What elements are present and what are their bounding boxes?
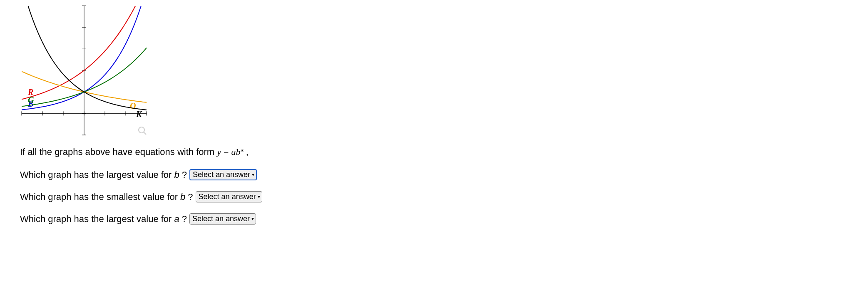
chevron-down-icon: ▾ — [251, 214, 254, 224]
question-variable: b — [174, 170, 179, 180]
magnify-icon[interactable] — [137, 126, 147, 136]
equation: y=abx — [217, 147, 246, 157]
answer-select[interactable]: Select an answer▾ — [189, 169, 257, 180]
curve-label-O: O — [130, 101, 136, 110]
exponential-chart: RBGOK — [20, 4, 148, 137]
answer-select[interactable]: Select an answer▾ — [189, 213, 256, 225]
answer-select-placeholder: Select an answer — [193, 170, 250, 180]
svg-line-18 — [144, 132, 146, 135]
question-variable: a — [174, 214, 179, 225]
curve-label-G: G — [28, 95, 34, 105]
question-text: Which graph has the largest value for — [20, 170, 172, 180]
question-row: Which graph has the largest value for a?… — [20, 213, 848, 225]
prompt-prefix: If all the graphs above have equations w… — [20, 147, 217, 157]
question-text-post: ? — [188, 192, 193, 202]
question-row: Which graph has the smallest value for b… — [20, 191, 848, 202]
answer-select-placeholder: Select an answer — [192, 214, 250, 224]
chevron-down-icon: ▾ — [258, 192, 260, 202]
curve-label-K: K — [136, 110, 142, 119]
question-text: Which graph has the smallest value for — [20, 192, 178, 202]
answer-select[interactable]: Select an answer▾ — [196, 191, 262, 202]
question-row: Which graph has the largest value for b?… — [20, 169, 848, 180]
question-text: Which graph has the largest value for — [20, 214, 172, 225]
chevron-down-icon: ▾ — [252, 170, 254, 180]
question-text-post: ? — [182, 214, 187, 225]
answer-select-placeholder: Select an answer — [199, 192, 256, 202]
prompt-text: If all the graphs above have equations w… — [20, 146, 848, 157]
question-variable: b — [180, 192, 185, 202]
prompt-suffix: , — [246, 147, 249, 157]
question-text-post: ? — [182, 170, 187, 180]
svg-point-17 — [139, 127, 144, 133]
